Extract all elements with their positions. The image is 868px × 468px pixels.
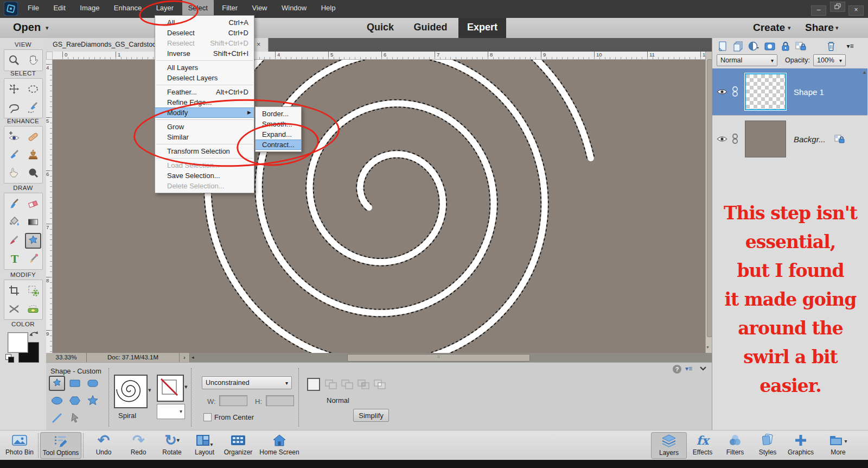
ellipse-shape-button[interactable] bbox=[49, 393, 65, 408]
brush-tool[interactable] bbox=[5, 195, 23, 212]
polygon-shape-button[interactable] bbox=[67, 393, 83, 408]
style-picker[interactable] bbox=[157, 375, 184, 402]
taskbar-photo-bin[interactable]: Photo Bin bbox=[2, 432, 37, 459]
gradient-tool[interactable] bbox=[24, 214, 42, 231]
menu-window[interactable]: Window bbox=[276, 0, 312, 16]
star-shape-button[interactable] bbox=[85, 393, 101, 408]
menu-file[interactable]: File bbox=[22, 0, 45, 16]
vertical-scrollbar[interactable]: ▾ bbox=[705, 52, 712, 353]
minimize-button[interactable]: – bbox=[811, 5, 826, 16]
layer-mask-icon[interactable] bbox=[764, 40, 776, 52]
move-tool[interactable] bbox=[5, 81, 23, 98]
submenu-item-contract[interactable]: Contract... bbox=[256, 140, 301, 150]
new-layer-icon[interactable] bbox=[717, 40, 729, 52]
combine-intersect-button[interactable] bbox=[357, 378, 370, 391]
share-dropdown-arrow[interactable]: ▾ bbox=[835, 24, 839, 31]
smart-brush-tool[interactable] bbox=[5, 146, 23, 163]
taskbar-redo[interactable]: ↷ Redo bbox=[120, 432, 156, 459]
menu-image[interactable]: Image bbox=[74, 0, 105, 16]
shape-color-picker[interactable]: ▾ bbox=[157, 404, 185, 419]
height-input[interactable] bbox=[266, 395, 294, 406]
layer-row-shape1[interactable]: Shape 1 bbox=[712, 68, 867, 115]
collapse-panel-icon[interactable] bbox=[699, 364, 707, 372]
custom-shape-button[interactable] bbox=[49, 376, 65, 391]
style-picker-arrow-icon[interactable]: ▾ bbox=[184, 383, 188, 390]
menu-item-grow[interactable]: Grow bbox=[155, 122, 254, 132]
paint-bucket-tool[interactable] bbox=[5, 214, 23, 231]
type-tool[interactable]: T bbox=[5, 251, 23, 268]
combine-exclude-button[interactable] bbox=[373, 378, 386, 391]
layers-scroll-up-icon[interactable]: ▲ bbox=[862, 69, 867, 75]
layer-thumbnail[interactable] bbox=[745, 121, 786, 157]
lasso-tool[interactable] bbox=[5, 99, 23, 116]
layer-row-background[interactable]: Backgr... bbox=[712, 115, 867, 162]
rectangle-shape-button[interactable] bbox=[67, 376, 83, 391]
menu-item-deselect[interactable]: DeselectCtrl+D bbox=[155, 28, 254, 38]
zoom-tool[interactable] bbox=[5, 52, 23, 69]
menu-item-deselect-layers[interactable]: Deselect Layers bbox=[155, 73, 254, 83]
visibility-eye-icon[interactable] bbox=[717, 88, 727, 96]
taskbar-rotate[interactable]: ↻▾ Rotate bbox=[154, 432, 190, 459]
scroll-left-icon[interactable]: ◂ bbox=[192, 355, 194, 360]
taskbar-home-screen[interactable]: Home Screen bbox=[256, 432, 303, 459]
menu-item-feather[interactable]: Feather...Alt+Ctrl+D bbox=[155, 87, 254, 97]
from-center-checkbox[interactable] bbox=[203, 413, 212, 421]
shape-picker-arrow-icon[interactable]: ▾ bbox=[148, 387, 151, 394]
tab-expert[interactable]: Expert bbox=[458, 18, 506, 38]
content-aware-move-tool[interactable] bbox=[5, 301, 23, 318]
shape-selection-button[interactable] bbox=[67, 410, 83, 426]
menu-item-save-selection[interactable]: Save Selection... bbox=[155, 170, 254, 181]
simplify-button[interactable]: Simplify bbox=[353, 409, 389, 422]
default-colors-bg-icon[interactable] bbox=[8, 357, 14, 363]
geometry-options-dropdown[interactable]: Unconstrained▾ bbox=[202, 376, 292, 389]
lock-all-icon[interactable] bbox=[780, 40, 792, 52]
taskbar-tool-options[interactable]: Tool Options bbox=[40, 432, 81, 459]
line-shape-button[interactable] bbox=[49, 410, 65, 426]
blur-tool[interactable] bbox=[24, 165, 42, 181]
menu-filter[interactable]: Filter bbox=[216, 0, 244, 16]
menu-item-refine-edge[interactable]: Refine Edge... bbox=[155, 97, 254, 107]
menu-view[interactable]: View bbox=[246, 0, 273, 16]
swap-colors-icon[interactable] bbox=[28, 329, 39, 338]
straighten-tool[interactable] bbox=[24, 301, 42, 318]
selection-brush-tool[interactable] bbox=[24, 99, 42, 116]
close-button[interactable]: × bbox=[848, 5, 864, 16]
share-button[interactable]: Share bbox=[805, 22, 834, 34]
layer-name[interactable]: Backgr... bbox=[794, 135, 826, 144]
crop-tool[interactable] bbox=[5, 282, 23, 299]
submenu-item-smooth[interactable]: Smooth... bbox=[256, 119, 301, 129]
blend-mode-dropdown[interactable]: Normal▾ bbox=[717, 54, 777, 66]
document-tab-close-icon[interactable]: × bbox=[257, 38, 260, 52]
link-icon[interactable] bbox=[732, 134, 738, 144]
combine-new-button[interactable] bbox=[307, 378, 320, 391]
eyedropper-tool[interactable] bbox=[5, 232, 23, 249]
taskbar-graphics[interactable]: Graphics bbox=[781, 432, 820, 459]
lock-transparency-icon[interactable] bbox=[795, 40, 807, 52]
menu-item-inverse[interactable]: InverseShift+Ctrl+I bbox=[155, 48, 254, 59]
submenu-item-expand[interactable]: Expand... bbox=[256, 129, 301, 140]
tab-quick[interactable]: Quick bbox=[358, 18, 403, 37]
spot-healing-tool[interactable] bbox=[24, 128, 42, 145]
layer-thumbnail[interactable] bbox=[745, 73, 786, 110]
shape-preview[interactable] bbox=[114, 375, 148, 408]
clone-stamp-tool[interactable] bbox=[24, 146, 42, 163]
opacity-dropdown[interactable]: 100%▾ bbox=[813, 54, 846, 66]
hand-tool[interactable] bbox=[24, 52, 42, 69]
taskbar-effects[interactable]: fx Effects bbox=[685, 432, 720, 459]
panel-menu-icon[interactable]: ▾≡ bbox=[685, 365, 692, 372]
canvas[interactable] bbox=[53, 60, 705, 353]
create-dropdown-arrow[interactable]: ▾ bbox=[788, 24, 791, 31]
status-expand-icon[interactable]: › bbox=[180, 353, 190, 362]
combine-subtract-button[interactable] bbox=[341, 378, 354, 391]
menu-item-modify[interactable]: Modify▶ bbox=[155, 107, 254, 118]
link-icon[interactable] bbox=[732, 86, 738, 97]
taskbar-styles[interactable]: Styles bbox=[750, 432, 786, 459]
help-icon[interactable]: ? bbox=[673, 365, 681, 374]
open-button[interactable]: Open bbox=[13, 21, 41, 34]
layers-panel-menu-icon[interactable]: ▾≡ bbox=[844, 40, 856, 52]
foreground-color-swatch[interactable] bbox=[8, 332, 28, 353]
taskbar-undo[interactable]: ↶ Undo bbox=[86, 432, 122, 459]
menu-item-all[interactable]: AllCtrl+A bbox=[155, 17, 254, 28]
red-eye-tool[interactable] bbox=[5, 128, 23, 145]
delete-layer-icon[interactable] bbox=[825, 40, 837, 52]
